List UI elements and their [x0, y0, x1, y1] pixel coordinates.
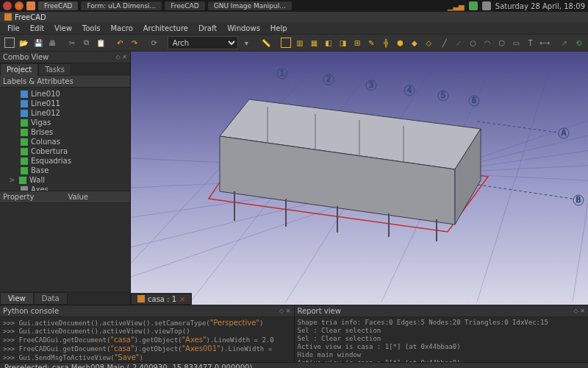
arch-window-button[interactable]: ⊞ [351, 35, 363, 50]
draft-wire-button[interactable]: ⟋ [453, 35, 465, 50]
draft-dimension-button[interactable]: ⟷ [538, 35, 551, 50]
tree-item-wall[interactable]: >Wall [0, 175, 130, 185]
python-console-undock-icon[interactable]: ◇ ✕ [279, 308, 290, 314]
paste-button[interactable]: 📋 [94, 35, 107, 50]
workbench-selector[interactable]: Arch [168, 36, 239, 49]
firefox-icon[interactable] [15, 1, 24, 10]
svg-text:2: 2 [326, 75, 331, 83]
tree-item-axes[interactable]: Axes [0, 185, 130, 191]
svg-text:A: A [562, 129, 567, 137]
cut-button[interactable]: ✂ [65, 35, 78, 50]
arch-wall-button[interactable] [279, 35, 292, 50]
menu-tools[interactable]: Tools [78, 24, 105, 33]
clock[interactable]: Saturday 28 April, 18:09 [495, 2, 585, 10]
taskbar-tab-freecad-2[interactable]: FreeCAD [165, 1, 204, 10]
svg-text:4: 4 [407, 86, 412, 94]
python-console[interactable]: >>> Gui.activeDocument().activeView().se… [0, 317, 294, 362]
tab-project[interactable]: Project [0, 63, 38, 76]
arch-add-button[interactable]: ◆ [408, 35, 420, 50]
open-button[interactable]: 📂 [17, 35, 29, 50]
menu-macro[interactable]: Macro [106, 24, 137, 33]
tray-volume-icon[interactable] [482, 1, 491, 10]
undo-button[interactable]: ↶ [114, 35, 126, 50]
measure-button[interactable]: 📏 [259, 35, 272, 50]
report-view-title: Report view [298, 307, 341, 315]
document-icon [137, 295, 145, 302]
tab-view[interactable]: View [0, 292, 34, 305]
tray-graph-icon[interactable]: ▁▃▅ [448, 2, 465, 10]
tab-tasks[interactable]: Tasks [38, 63, 71, 76]
tray-network-icon[interactable] [469, 1, 478, 10]
apps-icon[interactable] [3, 1, 12, 10]
3d-viewport[interactable]: 1 2 3 4 5 6 A B [131, 52, 588, 305]
combo-view-title: Combo View [3, 53, 49, 61]
prop-col-value: Value [65, 191, 131, 202]
arch-floor-button[interactable]: ▦ [308, 35, 320, 50]
arch-axis-button[interactable]: ╬ [379, 35, 392, 50]
tree-item-line010[interactable]: Line010 [0, 89, 130, 99]
arch-site-button[interactable]: ◨ [337, 35, 349, 50]
group-icon [21, 158, 28, 165]
report-view-undock-icon[interactable]: ◇ ✕ [574, 308, 585, 314]
svg-line-23 [477, 121, 558, 132]
combo-view-undock-icon[interactable]: ◇ ✕ [116, 54, 127, 60]
status-bar: Preselected: casa.Mesh008.Main (-2.40093… [0, 362, 588, 368]
arch-section-button[interactable]: ✎ [365, 35, 378, 50]
freecad-app-icon [4, 13, 12, 21]
svg-text:6: 6 [472, 96, 476, 105]
property-header: Property Value [0, 191, 130, 203]
draft-polygon-button[interactable]: ⬡ [495, 35, 508, 50]
python-console-panel: Python console ◇ ✕ >>> Gui.activeDocumen… [0, 305, 295, 362]
menu-view[interactable]: View [50, 24, 76, 33]
refresh-button[interactable]: ⟳ [148, 35, 160, 50]
draft-circle-button[interactable]: ○ [467, 35, 479, 50]
tree-item-brises[interactable]: Brises [0, 127, 130, 137]
draft-line-button[interactable]: ╱ [438, 35, 451, 50]
property-body[interactable] [0, 203, 130, 291]
svg-line-10 [573, 66, 588, 302]
close-document-icon[interactable]: ✕ [179, 295, 185, 303]
document-tab-casa[interactable]: casa : 1 ✕ [131, 294, 192, 305]
report-view[interactable]: Shape tria info: Faces:0 Edges:5 Nodes:2… [295, 317, 589, 362]
arch-building-button[interactable]: ◧ [322, 35, 334, 50]
svg-text:1: 1 [280, 69, 284, 77]
menu-help[interactable]: Help [266, 24, 292, 33]
taskbar-tab-freecad-1[interactable]: FreeCAD [38, 1, 78, 10]
tab-data[interactable]: Data [34, 292, 68, 305]
draft-rotate-button[interactable]: ⟲ [572, 35, 584, 50]
tree-item-line011[interactable]: Line011 [0, 99, 130, 108]
blender-icon[interactable] [26, 1, 35, 10]
draft-text-button[interactable]: T [524, 35, 537, 50]
model-tree[interactable]: Line010 Line011 Line012 Vigas Brises Col… [0, 88, 130, 191]
tree-item-line012[interactable]: Line012 [0, 108, 130, 118]
print-button[interactable]: 🖶 [46, 35, 58, 50]
menu-draft[interactable]: Draft [194, 24, 221, 33]
tree-item-base[interactable]: Base [0, 166, 130, 175]
draft-move-button[interactable]: ↗ [558, 35, 570, 50]
tree-item-esquadrias[interactable]: Esquadrias [0, 156, 130, 166]
python-console-title: Python console [3, 307, 59, 315]
svg-text:B: B [576, 196, 581, 204]
tree-item-cobertura[interactable]: Cobertura [0, 146, 130, 156]
expand-icon[interactable]: > [9, 176, 16, 184]
workbench-dropdown-icon[interactable]: ▾ [240, 35, 252, 50]
taskbar-tab-form[interactable]: Form: uLA Dimensi... [81, 1, 162, 10]
menu-edit[interactable]: Edit [26, 24, 49, 33]
menu-architecture[interactable]: Architecture [139, 24, 193, 33]
draft-arc-button[interactable]: ◠ [481, 35, 493, 50]
redo-button[interactable]: ↷ [128, 35, 140, 50]
arch-remove-button[interactable]: ◇ [423, 35, 435, 50]
menu-file[interactable]: File [3, 24, 24, 33]
arch-structure-button[interactable]: ▥ [293, 35, 306, 50]
tree-item-colunas[interactable]: Colunas [0, 137, 130, 146]
tree-item-vigas[interactable]: Vigas [0, 118, 130, 127]
arch-roof-button[interactable]: ⬢ [394, 35, 406, 50]
taskbar-tab-gimp[interactable]: GNU Image Manipul... [208, 1, 292, 10]
draft-rect-button[interactable]: ▭ [509, 35, 522, 50]
svg-text:3: 3 [369, 81, 373, 89]
save-button[interactable]: 💾 [32, 35, 44, 50]
line-icon [21, 110, 28, 117]
menu-windows[interactable]: Windows [223, 24, 265, 33]
new-button[interactable] [3, 35, 15, 50]
copy-button[interactable]: ⧉ [80, 35, 93, 50]
